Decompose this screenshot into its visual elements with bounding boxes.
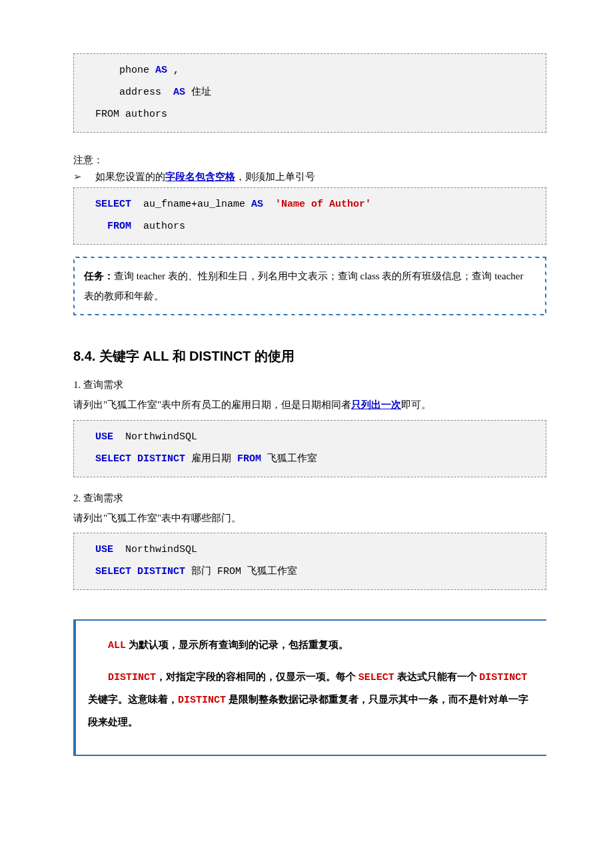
code-indent — [83, 221, 107, 232]
keyword-as: AS — [251, 199, 263, 210]
note-label: 注意： — [73, 154, 546, 167]
code-block-2: SELECT au_fname+au_lname AS 'Name of Aut… — [73, 187, 546, 245]
requirement-2-desc: 请列出"飞狐工作室"表中有哪些部门。 — [73, 509, 546, 528]
code-block-3: USE NorthwindSQL SELECT DISTINCT 雇用日期 FR… — [73, 420, 546, 477]
task-box: 任务：查询 teacher 表的、性别和生日，列名用中文表示；查询 class … — [73, 257, 546, 315]
code-text: 部门 — [185, 566, 217, 577]
emph-text: ，对指定字段的容相同的，仅显示一项。每个 — [156, 671, 358, 682]
emph-text: 关键字。这意味着， — [88, 694, 178, 705]
note-highlight: 字段名包含空格 — [165, 171, 235, 182]
code-text — [263, 199, 275, 210]
keyword-select: SELECT — [95, 566, 131, 577]
emph-paragraph-1: ALL 为默认项，显示所有查询到的记录，包括重复项。 — [88, 634, 534, 657]
code-text: , — [167, 65, 179, 76]
emphasis-box: ALL 为默认项，显示所有查询到的记录，包括重复项。 DISTINCT，对指定字… — [73, 619, 546, 756]
keyword-distinct: DISTINCT — [108, 672, 156, 683]
keyword-from: FROM — [107, 221, 131, 232]
code-from: FROM — [217, 566, 241, 577]
keyword-use: USE — [95, 544, 113, 555]
code-block-1: phone AS , address AS 住址 FROM authors — [73, 53, 546, 133]
emph-text: 为默认项，显示所有查询到的记录，包括重复项。 — [126, 639, 348, 650]
emph-paragraph-2: DISTINCT，对指定字段的容相同的，仅显示一项。每个 SELECT 表达式只… — [88, 666, 534, 733]
code-text: 飞狐工作室 — [241, 566, 297, 577]
task-text: 查询 teacher 表的、性别和生日，列名用中文表示；查询 class 表的所… — [84, 271, 524, 301]
keyword-as: AS — [173, 87, 185, 98]
code-text: 雇用日期 — [185, 453, 237, 465]
requirement-2-number: 2. 查询需求 — [73, 492, 546, 505]
arrow-icon: ➢ — [73, 171, 82, 182]
keyword-use: USE — [95, 431, 113, 443]
code-text: NorthwindSQL — [113, 544, 197, 555]
code-block-4: USE NorthwindSQL SELECT DISTINCT 部门 FROM… — [73, 533, 546, 590]
code-text: 飞狐工作室 — [261, 453, 317, 465]
string-literal: 'Name of Author' — [275, 199, 371, 210]
keyword-distinct: DISTINCT — [137, 453, 185, 465]
section-heading: 8.4. 关键字 ALL 和 DISTINCT 的使用 — [73, 347, 546, 365]
keyword-as: AS — [155, 65, 167, 76]
code-indent — [83, 199, 95, 210]
emph-text: 表达式只能有一个 — [394, 671, 480, 682]
keyword-distinct: DISTINCT — [137, 566, 185, 577]
keyword-select: SELECT — [95, 199, 131, 210]
task-label: 任务： — [84, 271, 114, 281]
document-page: phone AS , address AS 住址 FROM authors 注意… — [0, 0, 613, 796]
note-text-post: ，则须加上单引号 — [235, 171, 315, 182]
code-text: phone — [83, 65, 155, 76]
req1-pre: 请列出"飞狐工作室"表中所有员工的雇用日期，但是日期相同者 — [73, 399, 351, 410]
keyword-from: FROM — [237, 453, 261, 465]
req1-post: 即可。 — [401, 399, 431, 410]
code-text: FROM authors — [83, 109, 167, 120]
code-text: au_fname+au_lname — [131, 199, 251, 210]
keyword-select: SELECT — [358, 672, 394, 683]
keyword-distinct: DISTINCT — [479, 672, 527, 683]
keyword-distinct: DISTINCT — [178, 695, 226, 706]
code-text: NorthwindSQL — [113, 431, 197, 443]
code-text: 住址 — [185, 87, 211, 98]
note-text-pre: 如果您设置的的 — [95, 171, 165, 182]
code-text: authors — [131, 221, 185, 232]
requirement-1-number: 1. 查询需求 — [73, 379, 546, 391]
requirement-1-desc: 请列出"飞狐工作室"表中所有员工的雇用日期，但是日期相同者只列出一次即可。 — [73, 395, 546, 415]
code-text: address — [83, 87, 173, 98]
keyword-select: SELECT — [95, 453, 131, 465]
req1-highlight: 只列出一次 — [351, 399, 401, 410]
keyword-all: ALL — [108, 640, 126, 651]
note-bullet: ➢ 如果您设置的的字段名包含空格，则须加上单引号 — [73, 171, 546, 183]
